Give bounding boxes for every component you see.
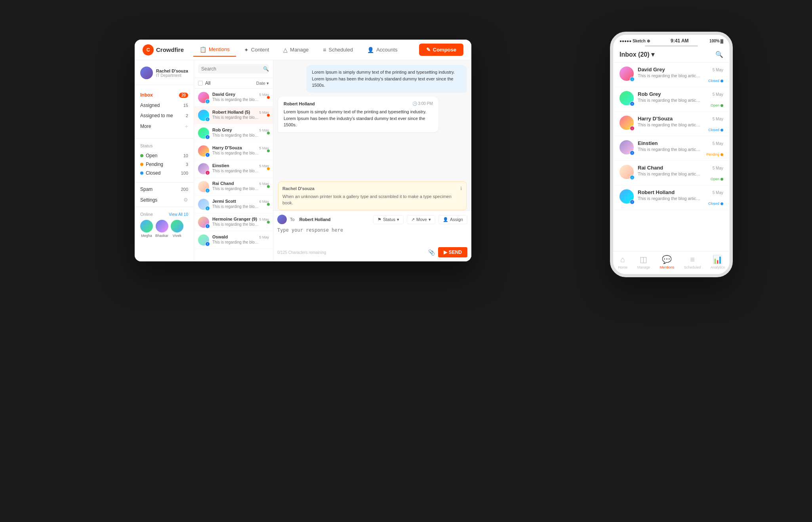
mobile-harry-avatar: i <box>619 116 634 130</box>
message-item-rob[interactable]: f Rob Grey 5 May This is regarding the b… <box>194 124 273 142</box>
rai-name: Rai Chand <box>212 181 234 186</box>
message-item-david[interactable]: t David Grey 5 May This is regarding the… <box>194 89 273 107</box>
compose-button[interactable]: ✎ Compose <box>419 44 463 56</box>
mobile-harry-badge: i <box>630 126 635 131</box>
reply-actions: ⚑ Status ▾ ↗ Move ▾ 👤 Assign <box>373 215 467 224</box>
attachment-icon[interactable]: 📎 <box>428 249 435 255</box>
manage-nav-icon: ◫ <box>640 255 647 264</box>
einstien-mobile-status: Pending <box>706 152 719 156</box>
manage-nav-label: Manage <box>637 265 650 269</box>
list-header: All Date ▾ <box>194 78 273 89</box>
reply-textarea[interactable] <box>277 227 467 243</box>
logo-text: Crowdfire <box>156 46 184 53</box>
status-button[interactable]: ⚑ Status ▾ <box>373 215 404 224</box>
manage-icon: △ <box>283 47 288 53</box>
more-plus-icon: + <box>185 123 188 130</box>
megha-avatar <box>140 220 153 232</box>
mobile-nav-mentions[interactable]: 💬 Mentions <box>660 255 675 269</box>
nav-tab-manage[interactable]: △ Manage <box>277 43 315 57</box>
david-preview: This is regarding the blog article publi… <box>212 97 260 102</box>
sidebar-item-spam[interactable]: Spam 200 <box>135 184 194 194</box>
move-button[interactable]: ↗ Move ▾ <box>407 215 435 224</box>
view-all-link[interactable]: View All 10 <box>169 212 188 217</box>
rob-mobile-status: Open <box>711 103 719 107</box>
nav-tab-accounts[interactable]: 👤 Accounts <box>361 43 404 57</box>
reply-to-name: Robert Holland <box>299 217 331 222</box>
mobile-battery: 100% ▓ <box>709 39 723 43</box>
message-item-oswald[interactable]: f Oswald 5 May This is regarding the blo… <box>194 231 273 249</box>
message-item-robert[interactable]: t Robert Holland (5) 5 May This is regar… <box>194 107 273 124</box>
mobile-msg-rob[interactable]: f Rob Grey 5 May This is regarding the b… <box>613 87 730 112</box>
message-item-harry[interactable]: f Harry D'Souza 5 May This is regarding … <box>194 142 273 160</box>
status-heading: Status <box>140 143 188 148</box>
nav-tab-scheduled[interactable]: ≡ Scheduled <box>316 43 359 57</box>
online-user-megha: Megha <box>140 220 153 238</box>
einstien-preview: This is regarding the blog article publi… <box>212 169 260 173</box>
messages-scroll[interactable]: t David Grey 5 May This is regarding the… <box>194 89 273 261</box>
user-info: Rachel D'souza IT Department <box>156 69 188 78</box>
mobile-msg-david[interactable]: t David Grey 5 May This is regarding the… <box>613 63 730 87</box>
move-icon: ↗ <box>411 217 415 222</box>
hermoine-name: Hermoine Granger (9) <box>212 217 257 221</box>
harry-avatar: f <box>198 145 209 156</box>
robert-preview: This is regarding the blog article publi… <box>212 115 260 120</box>
message-item-jermi[interactable]: t Jermi Scott 6 May This is regarding th… <box>194 196 273 213</box>
mobile-robert-badge: f <box>630 200 635 204</box>
all-label: All <box>205 80 210 86</box>
message-item-einstien[interactable]: i Einstien 5 May This is regarding the b… <box>194 160 273 178</box>
hermoine-avatar: f <box>198 217 209 228</box>
scheduled-nav-label: Scheduled <box>684 265 701 269</box>
rai-twitter-badge: t <box>205 188 210 193</box>
mobile-david-badge: t <box>630 77 635 82</box>
analytics-nav-icon: 📊 <box>713 255 722 264</box>
desktop-app: C Crowdfire 📋 Mentions ✦ Content △ Manag… <box>135 40 471 261</box>
harry-fb-badge: f <box>205 152 210 157</box>
mobile-msg-rai[interactable]: t Rai Chand 5 May This is regarding the … <box>613 161 730 185</box>
mentions-nav-icon: 💬 <box>662 255 672 264</box>
sidebar-item-more[interactable]: More + <box>135 121 194 132</box>
select-all-checkbox[interactable] <box>198 81 203 86</box>
einstien-status-dot <box>267 168 270 170</box>
reply-footer: 0/125 Characters remaining 📎 ▶ SEND <box>277 247 467 257</box>
mobile-status-bar: ●●●●● Sketch ⊕ 9:41 AM 100% ▓ <box>613 35 730 45</box>
mobile-nav-home[interactable]: ⌂ Home <box>618 255 627 269</box>
assign-button[interactable]: 👤 Assign <box>438 215 467 224</box>
robert-name: Robert Holland (5) <box>212 110 250 114</box>
mobile-nav-manage[interactable]: ◫ Manage <box>637 255 650 269</box>
search-input[interactable] <box>201 66 261 72</box>
chat-area: Lorem Ipsum is simply dummy text of the … <box>273 60 471 261</box>
logo-icon: C <box>143 44 154 55</box>
mobile-time: 9:41 AM <box>671 38 689 44</box>
battery-icon: ▓ <box>721 39 723 43</box>
message-item-rai[interactable]: t Rai Chand 5 May This is regarding the … <box>194 178 273 196</box>
mobile-rob-badge: f <box>630 101 635 106</box>
user-dept: IT Department <box>156 73 188 78</box>
mobile-msg-harry[interactable]: i Harry D'Souza 5 May This is regarding … <box>613 112 730 136</box>
mobile-messages[interactable]: t David Grey 5 May This is regarding the… <box>613 63 730 231</box>
mobile-msg-einstien[interactable]: f Einstien 5 May This is regarding the b… <box>613 136 730 161</box>
sidebar-item-settings[interactable]: Settings ⚙ <box>135 194 194 205</box>
open-count: 10 <box>183 153 188 158</box>
mobile-search-icon[interactable]: 🔍 <box>715 51 723 58</box>
sidebar-item-assigned-to-me[interactable]: Assigned to me 2 <box>135 110 194 121</box>
mobile-inbox-title: Inbox (20) ▾ <box>619 51 654 58</box>
nav-tab-content[interactable]: ✦ Content <box>238 43 276 57</box>
mobile-msg-robert[interactable]: f Robert Holland 5 May This is regarding… <box>613 185 730 210</box>
status-pending[interactable]: Pending 3 <box>140 160 188 169</box>
chat-bubble-robert: Robert Holland 🕒 3:00 PM Lorem Ipsum is … <box>278 97 438 132</box>
internal-note: Rachel D'souza ℹ When an unknown printer… <box>278 181 467 210</box>
status-closed[interactable]: Closed 100 <box>140 169 188 177</box>
chevron-down-icon: ▾ <box>267 81 269 86</box>
robert-twitter-badge: t <box>205 117 210 122</box>
scheduled-nav-icon: ≡ <box>690 255 695 264</box>
date-filter[interactable]: Date ▾ <box>256 81 269 86</box>
mobile-nav-scheduled[interactable]: ≡ Scheduled <box>684 255 701 269</box>
send-button[interactable]: ▶ SEND <box>438 247 467 257</box>
sidebar-item-inbox[interactable]: Inbox 20 <box>135 90 194 100</box>
mobile-nav-analytics[interactable]: 📊 Analytics <box>711 255 725 269</box>
rob-name: Rob Grey <box>212 128 232 132</box>
nav-tab-mentions[interactable]: 📋 Mentions <box>193 43 236 57</box>
message-item-hermoine[interactable]: f Hermoine Granger (9) 5 May This is reg… <box>194 213 273 231</box>
status-open[interactable]: Open 10 <box>140 151 188 160</box>
sidebar-item-assigned[interactable]: Assigned 15 <box>135 100 194 110</box>
